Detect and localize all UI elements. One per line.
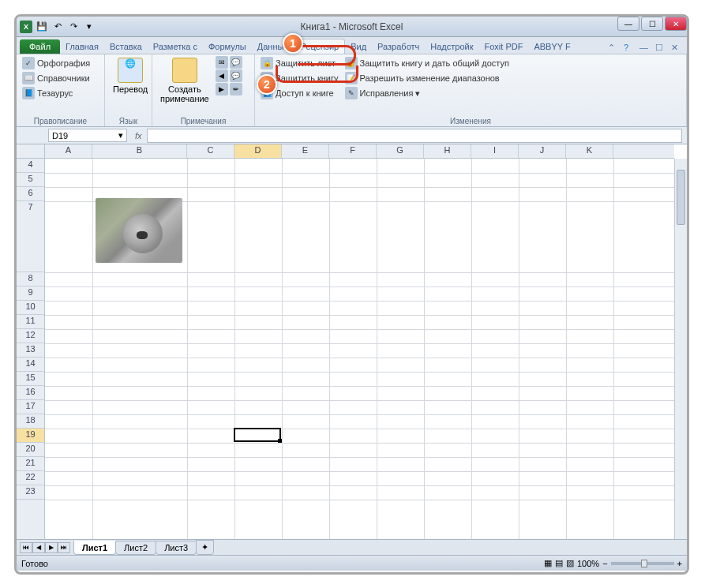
minimize-button[interactable]: — [617,17,639,31]
row-header-7[interactable]: 7 [17,201,44,272]
doc-min-icon[interactable]: — [639,43,651,54]
tab-file[interactable]: Файл [20,39,60,54]
zoom-in-button[interactable]: + [677,559,682,568]
sheet-tab-1[interactable]: Лист1 [73,541,116,555]
translate-button[interactable]: 🌐 Перевод [108,56,152,126]
delete-comment-icon[interactable]: ✉ [216,56,228,69]
row-header-4[interactable]: 4 [17,159,44,173]
redo-icon[interactable]: ↷ [67,21,80,33]
show-comment-icon[interactable]: 💬 [230,56,242,69]
research-icon: 📖 [22,72,35,84]
row-header-21[interactable]: 21 [17,457,44,471]
row-header-13[interactable]: 13 [17,343,44,358]
undo-icon[interactable]: ↶ [51,21,64,33]
prev-comment-icon[interactable]: ◀ [216,69,228,82]
row-header-20[interactable]: 20 [17,443,44,457]
name-box[interactable]: D19▾ [48,129,127,142]
worksheet[interactable]: ABCDEFGHIJK 4567891011121314151617181920… [17,144,687,539]
tab-nav-last[interactable]: ⏭ [58,542,70,553]
tab-addins[interactable]: Надстройк [425,39,478,54]
tab-formulas[interactable]: Формулы [203,39,252,54]
spelling-button[interactable]: ✓Орфография [20,56,92,70]
col-header-G[interactable]: G [377,144,424,158]
zoom-slider[interactable] [611,562,674,565]
vertical-scrollbar[interactable] [674,159,687,539]
allow-ranges-button[interactable]: 📝Разрешить изменение диапазонов [343,71,512,85]
select-all-corner[interactable] [17,144,45,159]
row-header-6[interactable]: 6 [17,187,44,201]
tab-nav-next[interactable]: ▶ [45,542,58,553]
row-header-14[interactable]: 14 [17,358,44,372]
grid[interactable] [45,159,687,539]
col-header-I[interactable]: I [471,144,519,158]
zoom-level[interactable]: 100% [577,559,599,568]
col-header-D[interactable]: D [234,144,282,158]
maximize-button[interactable]: ☐ [641,17,663,31]
show-all-icon[interactable]: 💬 [230,69,242,82]
zoom-out-button[interactable]: − [602,559,607,568]
zoom-thumb[interactable] [641,560,647,567]
row-header-22[interactable]: 22 [17,471,44,485]
scroll-thumb[interactable] [677,170,685,225]
group-changes-label: Изменения [255,117,686,125]
tab-insert[interactable]: Вставка [104,39,148,54]
row-header-5[interactable]: 5 [17,173,44,187]
track-changes-button[interactable]: ✎Исправления ▾ [343,86,512,100]
row-header-12[interactable]: 12 [17,329,44,343]
row-header-8[interactable]: 8 [17,272,44,287]
save-icon[interactable]: 💾 [36,21,48,33]
sheet-tab-3[interactable]: Лист3 [156,541,197,555]
formula-bar: D19▾ fx [17,127,687,144]
row-header-16[interactable]: 16 [17,386,44,400]
minimize-ribbon-icon[interactable]: ⌃ [608,43,619,54]
row-header-19[interactable]: 19 [17,429,44,443]
window-title: Книга1 - Microsoft Excel [301,21,403,32]
embedded-image-koala[interactable] [96,198,182,263]
view-layout-icon[interactable]: ▤ [555,558,563,568]
next-comment-icon[interactable]: ▶ [216,83,228,96]
view-break-icon[interactable]: ▧ [566,558,574,568]
window-controls: — ☐ ✕ [616,17,687,32]
col-header-K[interactable]: K [566,144,613,158]
doc-max-icon[interactable]: ☐ [655,43,666,54]
thesaurus-button[interactable]: 📘Тезаурус [20,86,92,100]
research-button[interactable]: 📖Справочники [20,71,92,85]
row-header-10[interactable]: 10 [17,301,44,315]
sheet-tab-2[interactable]: Лист2 [115,541,156,555]
new-comment-button[interactable]: Создать примечание [156,56,214,126]
row-header-18[interactable]: 18 [17,414,44,429]
col-header-F[interactable]: F [329,144,377,158]
qat-more-icon[interactable]: ▾ [83,21,96,33]
view-normal-icon[interactable]: ▦ [544,558,552,568]
col-header-B[interactable]: B [92,144,187,158]
tab-nav-prev[interactable]: ◀ [32,542,45,553]
tab-home[interactable]: Главная [60,39,104,54]
tab-nav-first[interactable]: ⏮ [20,542,32,553]
row-header-23[interactable]: 23 [17,485,44,500]
col-header-E[interactable]: E [282,144,329,158]
col-header-J[interactable]: J [519,144,566,158]
selected-cell[interactable] [234,428,281,442]
help-icon[interactable]: ? [624,43,635,54]
col-header-H[interactable]: H [424,144,471,158]
col-header-A[interactable]: A [45,144,92,158]
row-header-9[interactable]: 9 [17,287,44,301]
col-header-C[interactable]: C [187,144,234,158]
doc-close-icon[interactable]: ✕ [671,43,682,54]
namebox-dropdown-icon[interactable]: ▾ [118,130,123,140]
row-header-17[interactable]: 17 [17,400,44,414]
fx-icon[interactable]: fx [130,131,147,140]
row-header-11[interactable]: 11 [17,315,44,329]
close-button[interactable]: ✕ [665,17,687,31]
tab-foxit[interactable]: Foxit PDF [479,39,529,54]
row-header-15[interactable]: 15 [17,372,44,386]
formula-input[interactable] [147,129,682,143]
new-sheet-button[interactable]: ✦ [196,540,214,555]
protect-share-button[interactable]: 🔐Защитить книгу и дать общий доступ [343,56,512,70]
show-ink-icon[interactable]: ✏ [230,83,242,96]
tab-developer[interactable]: Разработч [372,39,425,54]
thesaurus-icon: 📘 [22,87,35,99]
row-headers: 4567891011121314151617181920212223 [17,159,45,539]
tab-abbyy[interactable]: ABBYY F [528,39,576,54]
tab-layout[interactable]: Разметка с [148,39,203,54]
